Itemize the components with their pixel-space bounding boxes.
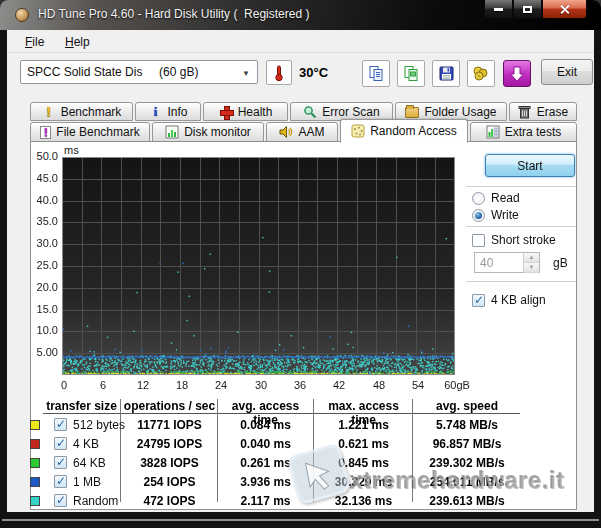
drive-select[interactable]: SPCC Solid State Dis (60 gB) ▼: [20, 60, 258, 84]
table-header-rule: [43, 413, 520, 414]
avg-access-value: 2.117 ms: [218, 494, 313, 508]
tab-label: Erase: [537, 105, 568, 119]
x-tick-label: 24: [204, 379, 238, 391]
avg-speed-value: 239.613 MB/s: [414, 494, 520, 508]
title-bar[interactable]: HD Tune Pro 4.60 - Hard Disk Utility ( R…: [0, 0, 601, 30]
align-checkbox[interactable]: [472, 294, 485, 307]
write-radio[interactable]: [472, 209, 485, 222]
speaker-icon: [279, 125, 293, 139]
app-icon: [15, 8, 29, 22]
menu-help[interactable]: Help: [59, 33, 96, 51]
minimize-icon: [494, 8, 503, 11]
x-tick-label: 12: [126, 379, 160, 391]
max-access-value: 32.136 ms: [315, 494, 412, 508]
tab-info[interactable]: i Info: [135, 102, 201, 121]
health-icon: [219, 105, 233, 119]
x-tick-label: 42: [322, 379, 356, 391]
coins-button[interactable]: [467, 60, 495, 87]
window-frame-line: [2, 519, 599, 521]
tab-erase[interactable]: Erase: [509, 102, 577, 121]
disk-monitor-icon: [165, 125, 179, 139]
avg-access-value: 0.040 ms: [218, 437, 313, 451]
maximize-button[interactable]: [513, 0, 542, 19]
series-swatch: [30, 496, 40, 506]
stroke-size-spinner[interactable]: 40 ▲▼: [474, 252, 540, 273]
download-arrow-icon: [509, 66, 525, 82]
align-option[interactable]: 4 KB align: [472, 293, 546, 307]
row-checkbox[interactable]: [54, 475, 67, 488]
start-button[interactable]: Start: [485, 154, 575, 177]
tab-disk-monitor[interactable]: Disk monitor: [152, 122, 264, 142]
drive-select-value: SPCC Solid State Dis (60 gB): [27, 65, 198, 79]
temperature-button[interactable]: [266, 60, 292, 85]
series-swatch: [30, 439, 40, 449]
row-label: 1 MB: [73, 475, 101, 489]
window-title: HD Tune Pro 4.60 - Hard Disk Utility ( R…: [38, 7, 309, 21]
minimize-button[interactable]: [484, 0, 513, 19]
close-icon: [559, 4, 570, 15]
avg-speed-value: 239.302 MB/s: [414, 456, 520, 470]
tab-label: Info: [167, 105, 187, 119]
tab-aam[interactable]: AAM: [266, 122, 338, 142]
stroke-size-value[interactable]: 40: [475, 253, 523, 272]
tab-benchmark[interactable]: ! Benchmark: [30, 102, 133, 121]
tab-label: Benchmark: [61, 105, 122, 119]
tab-file-benchmark[interactable]: ! File Benchmark: [30, 122, 150, 142]
write-option[interactable]: Write: [472, 208, 519, 222]
copy-text-button[interactable]: [362, 60, 390, 87]
tab-label: Extra tests: [505, 125, 562, 139]
max-access-value: 1.221 ms: [315, 418, 412, 432]
y-axis-unit-label: ms: [64, 144, 79, 156]
folder-icon: [405, 105, 419, 119]
row-checkbox[interactable]: [54, 456, 67, 469]
download-button[interactable]: [503, 60, 531, 87]
table-row-random: Random 472 IOPS 2.117 ms 32.136 ms 239.6…: [30, 492, 530, 511]
benchmark-icon: !: [42, 105, 56, 119]
extra-tests-icon: [486, 125, 500, 139]
x-tick-label: 54: [401, 379, 435, 391]
y-tick-label: 15.0: [26, 303, 58, 315]
x-tick-label: 36: [283, 379, 317, 391]
read-option[interactable]: Read: [472, 191, 520, 205]
row-label: 64 KB: [73, 456, 106, 470]
separator: [466, 186, 576, 188]
tab-health[interactable]: Health: [203, 102, 288, 121]
save-screenshot-button[interactable]: [432, 60, 460, 87]
short-stroke-label: Short stroke: [491, 233, 556, 247]
tab-extra-tests[interactable]: Extra tests: [470, 122, 577, 142]
window-controls: [484, 0, 587, 19]
random-access-chart: [62, 157, 455, 375]
spinner-arrows[interactable]: ▲▼: [523, 253, 539, 272]
ops-value: 254 IOPS: [122, 475, 217, 489]
tab-label: AAM: [298, 125, 324, 139]
row-checkbox[interactable]: [54, 437, 67, 450]
ops-value: 24795 IOPS: [122, 437, 217, 451]
close-button[interactable]: [542, 0, 587, 19]
tab-random-access[interactable]: Random Access: [340, 119, 468, 143]
x-tick-label: 6: [86, 379, 120, 391]
ops-value: 11771 IOPS: [122, 418, 217, 432]
read-label: Read: [491, 191, 520, 205]
y-tick-label: 5.00: [26, 346, 58, 358]
row-label: Random: [73, 494, 118, 508]
spin-up-icon[interactable]: ▲: [524, 253, 539, 263]
max-access-value: 0.621 ms: [315, 437, 412, 451]
tab-row-1: ! Benchmark i Info Health Error Scan Fol…: [30, 102, 577, 121]
tab-label: Disk monitor: [184, 125, 251, 139]
read-radio[interactable]: [472, 192, 485, 205]
short-stroke-option[interactable]: Short stroke: [472, 233, 556, 247]
trash-icon: [518, 105, 532, 119]
exit-button[interactable]: Exit: [541, 59, 593, 85]
x-tick-label: 60gB: [440, 379, 474, 391]
spin-down-icon[interactable]: ▼: [524, 263, 539, 273]
menu-file[interactable]: File: [19, 33, 50, 51]
short-stroke-checkbox[interactable]: [472, 234, 485, 247]
row-label: 4 KB: [73, 437, 99, 451]
copy-image-button[interactable]: [397, 60, 425, 87]
save-icon: [438, 65, 455, 82]
row-checkbox[interactable]: [54, 494, 67, 507]
tab-label: Error Scan: [322, 105, 379, 119]
y-tick-label: 40.0: [26, 194, 58, 206]
x-tick-label: 18: [165, 379, 199, 391]
row-checkbox[interactable]: [54, 418, 67, 431]
